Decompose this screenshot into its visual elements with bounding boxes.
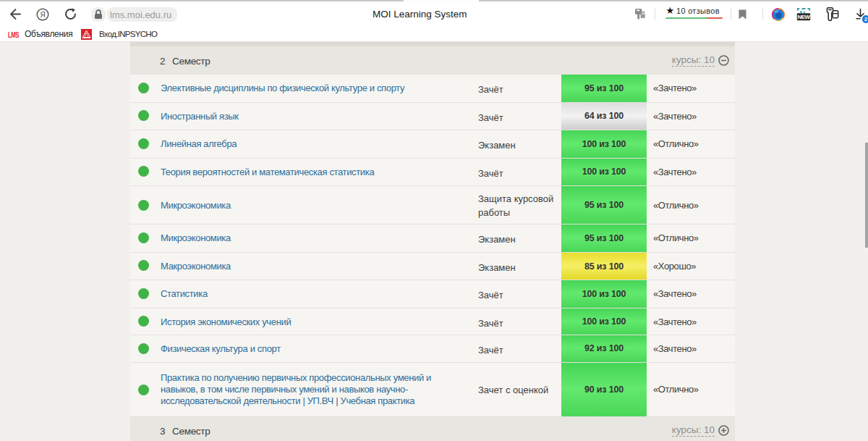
svg-text:NEW: NEW xyxy=(797,14,810,20)
svg-text:Я: Я xyxy=(40,11,45,19)
